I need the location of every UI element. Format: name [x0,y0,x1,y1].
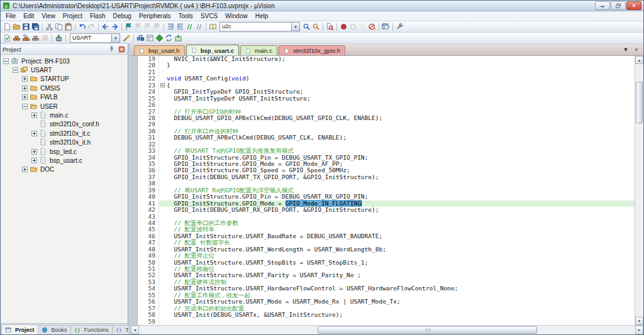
menu-debug[interactable]: Debug [109,13,135,19]
comment-icon[interactable] [185,22,194,31]
tree-item-usart[interactable]: USART [3,65,128,74]
tree-item-stm32f10x-conf-h[interactable]: stm32f10x_conf.h [3,120,128,129]
uncomment-icon[interactable] [194,22,204,31]
tree-expander-plus-icon[interactable] [31,149,37,155]
configure-icon[interactable] [395,22,404,31]
code-line-20[interactable]: 20} [131,62,635,69]
editor-tab-bsp-usart-c[interactable]: bsp_usart.c [186,45,239,55]
tree-item-startup[interactable]: STARTUP [3,75,128,84]
bookmark-next-icon[interactable] [143,22,152,31]
open-book-icon[interactable] [208,22,218,31]
cut-icon[interactable] [45,22,54,31]
editor-vertical-scrollbar[interactable]: ▲ ▼ [635,56,643,325]
tree-item-cmsis[interactable]: CMSIS [3,84,128,92]
translate-icon[interactable] [3,33,12,43]
breakpoint-enable-all-icon[interactable] [358,22,367,31]
code-line-25[interactable]: 25 USART_InitTypeDef USART_InitStructure… [131,96,635,102]
bookmark-prev-icon[interactable] [133,22,143,31]
pack-installer-icon[interactable] [174,33,183,43]
tree-item-doc[interactable]: DOC [3,165,128,174]
batch-build-icon[interactable] [31,33,40,43]
close-button[interactable]: × [626,1,641,10]
bookmark-toggle-icon[interactable] [124,22,133,31]
nav-forward-icon[interactable] [110,22,119,31]
window-layout-icon[interactable] [381,22,391,31]
target-combo[interactable]: USART▼ [70,33,120,43]
breakpoint-disable-icon[interactable] [348,22,358,31]
incremental-find-icon[interactable] [311,22,321,31]
search-combo-dropdown-icon[interactable]: ▼ [291,23,299,31]
tree-expander-minus-icon[interactable] [22,104,28,109]
bookmark-clear-icon[interactable] [152,22,162,31]
vertical-scroll-track[interactable] [635,64,643,317]
code-line-22[interactable]: 22void USART_Config(void) [131,75,635,82]
code-line-58[interactable]: 58 USART_Init(DEBUG_USARTx, &USART_InitS… [131,312,635,318]
tree-item-project-bh-f103[interactable]: Project: BH-F103 [3,57,128,65]
open-folder-icon[interactable] [12,22,21,31]
menu-edit[interactable]: Edit [19,13,38,19]
search-combo[interactable]: u2c▼ [219,22,300,31]
menu-tools[interactable]: Tools [175,13,197,19]
menu-peripherals[interactable]: Peripherals [135,13,175,19]
tree-expander-plus-icon[interactable] [22,94,28,100]
menu-project[interactable]: Project [59,13,86,19]
code-line-19[interactable]: 19 NVIC_Init(&NVIC_InitStructure); [131,56,635,62]
editor-horizontal-scrollbar[interactable]: ◄ ► [131,325,643,334]
target-combo-dropdown-icon[interactable]: ▼ [111,34,119,42]
find-icon[interactable] [302,22,311,31]
redo-icon[interactable] [87,22,96,31]
minimize-button[interactable] [595,1,610,10]
tree-expander-plus-icon[interactable] [31,113,37,118]
code-line-42[interactable]: 42 GPIO_Init(DEBUG_USART_RX_GPIO_PORT, &… [131,207,635,213]
code-line-28[interactable]: 28 DEBUG_USART_GPIO_APBxClkCmd(DEBUG_USA… [131,115,635,121]
tree-item-stm32f10x-it-c[interactable]: stm32f10x_it.c [3,129,128,138]
tree-expander-plus-icon[interactable] [22,85,28,91]
breakpoint-toggle-icon[interactable] [339,22,348,31]
undo-icon[interactable] [77,22,87,31]
vertical-scroll-thumb[interactable] [636,82,643,123]
breakpoint-kill-all-icon[interactable] [367,22,377,31]
tab-close-icon[interactable]: × [633,47,640,53]
new-file-icon[interactable] [3,22,12,31]
target-combo-value[interactable]: USART [70,34,111,42]
panel-close-icon[interactable] [117,45,126,53]
search-combo-value[interactable]: u2c [220,23,291,31]
code-line-31[interactable]: 31 DEBUG_USART_APBxClkCmd(DEBUG_USART_CL… [131,135,635,141]
tree-item-fwlb[interactable]: FWLB [3,93,128,102]
unindent-icon[interactable] [166,22,175,31]
editor-tab-bsp-usart-h[interactable]: bsp_usart.h [134,45,185,55]
menu-window[interactable]: Window [221,13,252,19]
paste-icon[interactable] [64,22,73,31]
file-extensions-icon[interactable] [145,33,155,43]
menu-svcs[interactable]: SVCS [197,13,221,19]
tree-expander-plus-icon[interactable] [22,167,28,172]
menu-view[interactable]: View [38,13,59,19]
tree-expander-plus-icon[interactable] [22,76,28,82]
find-in-files-icon[interactable] [325,22,335,31]
pin-icon[interactable] [107,45,116,53]
build-icon[interactable] [12,33,21,43]
runtime-environment-icon[interactable] [155,33,164,43]
tree-item-bsp-led-c[interactable]: bsp_led.c [3,147,128,156]
tree-item-bsp-usart-c[interactable]: bsp_usart.c [3,156,128,165]
tab-list-dropdown-icon[interactable]: ▼ [622,47,630,53]
code-line-37[interactable]: 37 GPIO_Init(DEBUG_USART_TX_GPIO_PORT, &… [131,174,635,180]
bottom-tab-functions[interactable]: {}Functions [70,325,113,334]
save-all-icon[interactable] [31,22,40,31]
tree-item-main-c[interactable]: main.c [3,111,128,119]
scroll-left-arrow-icon[interactable]: ◄ [131,326,139,334]
download-icon[interactable] [54,33,64,43]
menu-help[interactable]: Help [252,13,272,19]
horizontal-scroll-thumb[interactable] [318,326,537,334]
horizontal-scroll-track[interactable] [139,326,635,334]
copy-icon[interactable] [54,22,64,31]
tree-expander-plus-icon[interactable] [31,131,37,136]
editor-tab-stm32f10x-gpio-h[interactable]: stm32f10x_gpio.h [279,45,345,55]
fold-collapse-icon[interactable] [158,82,167,89]
scroll-up-arrow-icon[interactable]: ▲ [635,56,643,64]
menu-file[interactable]: File [2,13,19,19]
rebuild-icon[interactable] [21,33,31,43]
manage-project-items-icon[interactable] [136,33,145,43]
target-options-icon[interactable] [122,33,131,43]
tree-expander-plus-icon[interactable] [31,158,37,163]
